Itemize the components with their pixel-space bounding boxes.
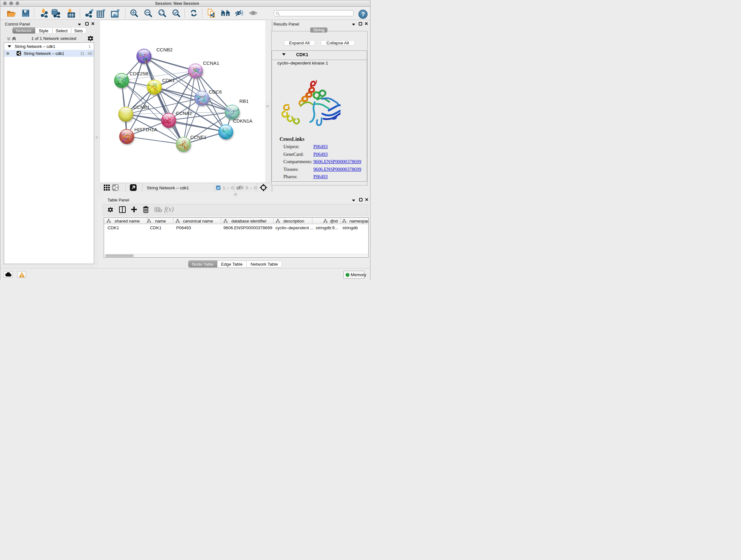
svg-text:CCNA1: CCNA1	[203, 60, 219, 66]
svg-text:CDK1: CDK1	[162, 78, 175, 83]
svg-text:CDKN1A: CDKN1A	[233, 118, 253, 124]
svg-text:CCNB2: CCNB2	[156, 47, 173, 52]
svg-text:RB1: RB1	[239, 98, 249, 104]
svg-text:CDC6: CDC6	[209, 89, 222, 95]
svg-text:CCNA2: CCNA2	[176, 111, 192, 116]
svg-text:CDC25B: CDC25B	[130, 71, 148, 76]
svg-text:HIST1H1A: HIST1H1A	[134, 127, 157, 132]
svg-text:CCNE1: CCNE1	[190, 134, 206, 140]
svg-text:CCNB1: CCNB1	[133, 105, 150, 110]
